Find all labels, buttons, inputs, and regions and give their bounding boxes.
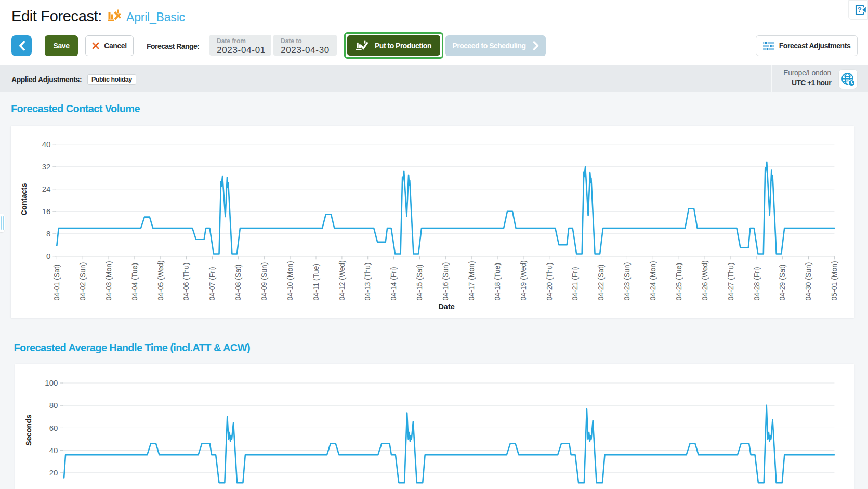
svg-text:32: 32 <box>42 162 50 171</box>
svg-text:04-03 (Mon): 04-03 (Mon) <box>104 261 112 300</box>
svg-text:04-21 (Fri): 04-21 (Fri) <box>571 267 579 300</box>
svg-text:04-15 (Sat): 04-15 (Sat) <box>415 264 424 300</box>
svg-text:80: 80 <box>49 401 58 409</box>
svg-text:04-12 (Wed): 04-12 (Wed) <box>337 260 346 300</box>
svg-text:04-19 (Wed): 04-19 (Wed) <box>519 260 527 300</box>
svg-text:04-13 (Thu): 04-13 (Thu) <box>363 262 372 300</box>
svg-text:04-24 (Mon): 04-24 (Mon) <box>649 261 657 300</box>
svg-text:?: ? <box>857 6 861 14</box>
svg-text:04-27 (Thu): 04-27 (Thu) <box>726 262 734 300</box>
svg-text:20: 20 <box>49 468 58 477</box>
svg-text:8: 8 <box>46 229 50 237</box>
svg-text:0: 0 <box>46 251 50 260</box>
svg-text:04-07 (Fri): 04-07 (Fri) <box>208 267 216 300</box>
svg-text:16: 16 <box>42 207 50 216</box>
svg-text:40: 40 <box>49 446 58 455</box>
svg-text:04-10 (Mon): 04-10 (Mon) <box>285 261 294 300</box>
svg-text:100: 100 <box>45 378 58 387</box>
svg-text:40: 40 <box>42 140 50 149</box>
svg-text:04-29 (Sat): 04-29 (Sat) <box>778 264 786 300</box>
svg-text:05-01 (Mon): 05-01 (Mon) <box>830 261 838 300</box>
svg-text:04-30 (Sun): 04-30 (Sun) <box>804 262 812 300</box>
svg-text:04-11 (Tue): 04-11 (Tue) <box>311 263 320 300</box>
svg-text:04-02 (Sun): 04-02 (Sun) <box>78 262 87 300</box>
svg-text:04-20 (Thu): 04-20 (Thu) <box>545 262 553 300</box>
svg-text:24: 24 <box>42 184 50 193</box>
svg-text:04-26 (Wed): 04-26 (Wed) <box>700 260 708 300</box>
svg-text:04-01 (Sat): 04-01 (Sat) <box>52 264 61 300</box>
svg-text:60: 60 <box>49 424 58 432</box>
svg-text:04-16 (Sun): 04-16 (Sun) <box>441 262 450 300</box>
svg-text:04-14 (Fri): 04-14 (Fri) <box>389 267 398 300</box>
svg-text:04-08 (Sat): 04-08 (Sat) <box>234 264 242 300</box>
svg-text:04-05 (Wed): 04-05 (Wed) <box>156 260 164 300</box>
svg-text:04-06 (Thu): 04-06 (Thu) <box>182 262 190 300</box>
svg-text:04-04 (Tue): 04-04 (Tue) <box>130 262 138 300</box>
svg-text:04-25 (Tue): 04-25 (Tue) <box>675 262 683 300</box>
svg-text:04-17 (Mon): 04-17 (Mon) <box>467 261 476 300</box>
svg-text:04-22 (Sat): 04-22 (Sat) <box>597 264 605 300</box>
svg-text:04-23 (Sun): 04-23 (Sun) <box>623 262 631 300</box>
svg-text:04-09 (Sun): 04-09 (Sun) <box>260 262 268 300</box>
svg-text:04-28 (Fri): 04-28 (Fri) <box>752 267 760 300</box>
svg-text:Date: Date <box>438 302 454 311</box>
svg-text:Contacts: Contacts <box>20 183 28 215</box>
svg-text:Seconds: Seconds <box>24 415 33 446</box>
svg-text:04-18 (Tue): 04-18 (Tue) <box>493 262 501 300</box>
